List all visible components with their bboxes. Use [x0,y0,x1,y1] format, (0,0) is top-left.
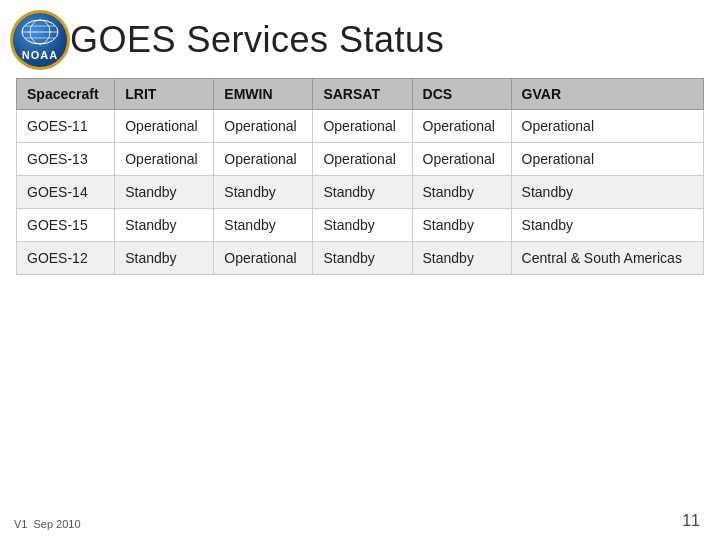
cell-dcs: Operational [412,143,511,176]
cell-spacecraft: GOES-12 [17,242,115,275]
page-header: NOAA GOES Services Status [0,0,720,78]
table-row: GOES-14StandbyStandbyStandbyStandbyStand… [17,176,704,209]
cell-gvar: Standby [511,176,703,209]
col-sarsat: SARSAT [313,79,412,110]
cell-emwin: Standby [214,176,313,209]
cell-sarsat: Standby [313,176,412,209]
cell-dcs: Standby [412,176,511,209]
cell-gvar: Operational [511,143,703,176]
col-gvar: GVAR [511,79,703,110]
table-row: GOES-11OperationalOperationalOperational… [17,110,704,143]
cell-lrit: Standby [115,242,214,275]
cell-emwin: Operational [214,242,313,275]
col-emwin: EMWIN [214,79,313,110]
cell-spacecraft: GOES-11 [17,110,115,143]
footer: V1 Sep 2010 [14,518,81,530]
table-row: GOES-13OperationalOperationalOperational… [17,143,704,176]
col-spacecraft: Spacecraft [17,79,115,110]
table-header-row: Spacecraft LRIT EMWIN SARSAT DCS GVAR [17,79,704,110]
noaa-text-label: NOAA [22,49,58,61]
cell-gvar: Central & South Americas [511,242,703,275]
cell-spacecraft: GOES-15 [17,209,115,242]
noaa-logo: NOAA [10,10,70,70]
cell-spacecraft: GOES-13 [17,143,115,176]
cell-lrit: Operational [115,110,214,143]
col-dcs: DCS [412,79,511,110]
cell-dcs: Operational [412,110,511,143]
cell-dcs: Standby [412,209,511,242]
cell-gvar: Operational [511,110,703,143]
cell-lrit: Standby [115,209,214,242]
page-number: 11 [682,512,700,530]
cell-emwin: Operational [214,143,313,176]
cell-sarsat: Standby [313,209,412,242]
cell-lrit: Operational [115,143,214,176]
cell-emwin: Operational [214,110,313,143]
status-table-wrapper: Spacecraft LRIT EMWIN SARSAT DCS GVAR GO… [0,78,720,275]
page-title: GOES Services Status [70,19,444,61]
cell-sarsat: Operational [313,110,412,143]
cell-dcs: Standby [412,242,511,275]
cell-lrit: Standby [115,176,214,209]
status-table: Spacecraft LRIT EMWIN SARSAT DCS GVAR GO… [16,78,704,275]
date-label: Sep 2010 [33,518,80,530]
col-lrit: LRIT [115,79,214,110]
version-label: V1 [14,518,27,530]
cell-sarsat: Standby [313,242,412,275]
cell-spacecraft: GOES-14 [17,176,115,209]
cell-emwin: Standby [214,209,313,242]
table-row: GOES-12StandbyOperationalStandbyStandbyC… [17,242,704,275]
cell-gvar: Standby [511,209,703,242]
cell-sarsat: Operational [313,143,412,176]
table-row: GOES-15StandbyStandbyStandbyStandbyStand… [17,209,704,242]
